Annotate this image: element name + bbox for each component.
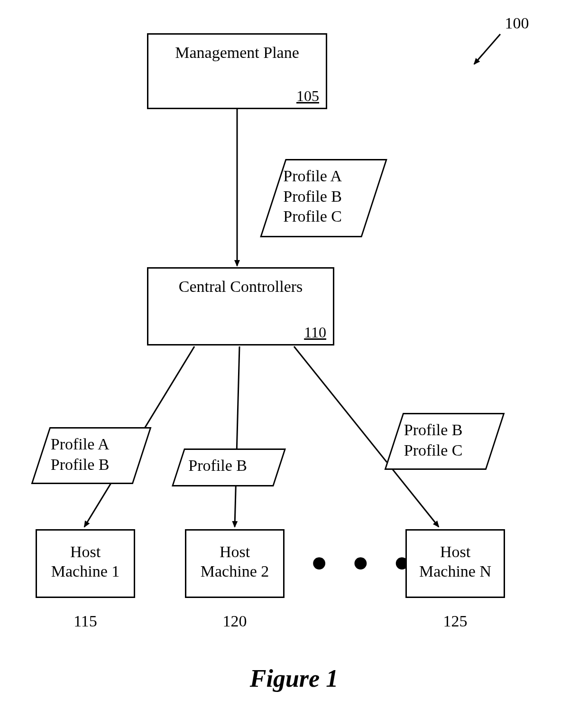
host1-line2: Machine 1 [37,562,134,581]
central-controllers-title: Central Controllers [148,277,333,297]
hostn-profiles-line2: Profile C [404,440,486,461]
hostn-line1: Host [407,542,504,562]
host2-line2: Machine 2 [186,562,283,581]
ellipsis-dots: ● ● ● [311,546,419,579]
hostn-profiles-content: Profile B Profile C [395,414,495,466]
host1-profiles-line1: Profile A [51,434,133,455]
host1-profiles-line2: Profile B [51,455,133,475]
host2-line1: Host [186,542,283,562]
hostn-line2: Machine N [407,562,504,581]
profiles-abc-line3: Profile C [283,206,365,227]
hostn-profiles-note: Profile B Profile C [385,413,505,470]
host2-ref: 120 [216,612,254,630]
central-controllers-box: Central Controllers 110 [147,267,334,345]
host1-line1: Host [37,542,134,562]
svg-line-1 [474,34,500,64]
management-plane-box: Management Plane 105 [147,33,327,109]
management-plane-ref: 105 [296,87,319,105]
host2-profiles-line1: Profile B [188,456,270,476]
diagram-stage: 100 Management Plane 105 Profile A Profi… [0,0,588,719]
figure-caption: Figure 1 [0,664,588,692]
management-plane-title: Management Plane [148,43,326,63]
profiles-abc-line1: Profile A [283,166,365,187]
host2-profiles-note: Profile B [172,448,286,486]
host1-profiles-content: Profile A Profile B [42,429,141,480]
host1-box: Host Machine 1 [36,529,135,598]
profiles-abc-content: Profile A Profile B Profile C [275,160,374,233]
hostn-box: Host Machine N [405,529,505,598]
figure-number-label: 100 [498,14,536,32]
svg-line-4 [235,346,239,527]
host2-box: Host Machine 2 [185,529,285,598]
host1-ref: 115 [66,612,104,630]
profiles-abc-line2: Profile B [283,187,365,207]
hostn-ref: 125 [436,612,474,630]
central-controllers-ref: 110 [304,324,326,341]
host2-profiles-content: Profile B [180,450,279,482]
host1-profiles-note: Profile A Profile B [31,427,152,484]
profiles-abc-note: Profile A Profile B Profile C [260,159,387,237]
hostn-profiles-line1: Profile B [404,420,486,440]
